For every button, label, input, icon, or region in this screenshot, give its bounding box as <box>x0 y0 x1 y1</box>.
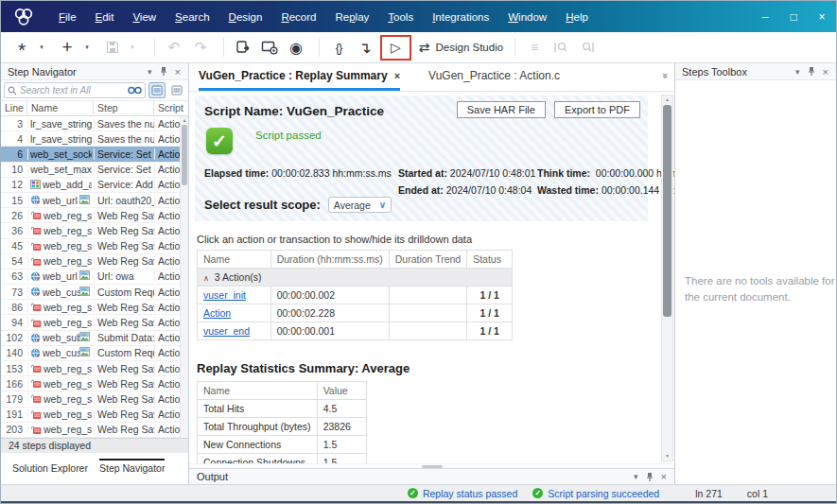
save-dropdown-icon[interactable]: ▾ <box>128 35 137 60</box>
tab-solution-explorer[interactable]: Solution Explorer <box>12 459 88 474</box>
show-thumbnails-toggle[interactable] <box>168 82 185 98</box>
tab-action-c[interactable]: VuGen_Practice : Action.c <box>428 63 560 91</box>
step-search-input[interactable]: Search text in All <box>4 82 146 98</box>
save-icon[interactable] <box>101 35 124 60</box>
search-previous-icon[interactable] <box>549 35 572 60</box>
toolbox-close-icon[interactable]: × <box>819 66 832 78</box>
output-splitter[interactable] <box>189 463 674 468</box>
document-scrollbar[interactable]: ▴ ▾ <box>661 95 673 461</box>
panel-menu-icon[interactable]: ▾ <box>144 67 156 77</box>
drilldown-hint: Click an action or transaction to show/h… <box>197 234 655 245</box>
pin-icon[interactable] <box>156 66 171 77</box>
menu-integrations[interactable]: Integrations <box>423 11 498 23</box>
menu-design[interactable]: Design <box>219 11 272 23</box>
new-script-icon[interactable]: * <box>10 35 33 60</box>
action-link[interactable]: vuser_init <box>203 289 246 301</box>
col-step[interactable]: Step <box>94 101 154 115</box>
step-row[interactable]: 15web_urlUrl: oauth20_authAction <box>1 193 180 208</box>
compile-icon[interactable]: {} <box>327 35 350 60</box>
actions-col-status[interactable]: Status <box>467 251 513 269</box>
menu-file[interactable]: File <box>49 11 86 23</box>
search-next-icon[interactable] <box>576 35 599 60</box>
actions-col-name[interactable]: Name <box>198 251 271 269</box>
menu-record[interactable]: Record <box>271 11 325 23</box>
step-row[interactable]: 166web_reg_saveWeb Reg Save PAction <box>1 376 180 391</box>
tab-step-navigator[interactable]: Step Navigator <box>99 459 165 474</box>
collapse-icon[interactable]: ∧ <box>203 274 209 283</box>
actions-group-row[interactable]: ∧3 Action(s) <box>198 269 513 287</box>
step-row[interactable]: 86web_reg_saveWeb Reg Save PAction <box>1 300 180 315</box>
step-row[interactable]: 12web_add_autoService: Add AutoAction <box>1 178 180 193</box>
step-row[interactable]: 140web_custoCustom Request:Action <box>1 346 180 361</box>
minimize-button[interactable]: – <box>751 1 779 32</box>
action-row[interactable]: vuser_init00:00:00.0021 / 1 <box>198 287 513 304</box>
undo-icon[interactable]: ↶ <box>163 35 185 60</box>
step-row[interactable]: 36web_reg_saveWeb Reg Save PAction <box>1 223 180 238</box>
step-row[interactable]: 203web_reg_saveWeb Reg Save PAction <box>1 423 180 438</box>
step-row[interactable]: 45web_reg_saveWeb Reg Save PAction <box>1 239 180 254</box>
output-menu-icon[interactable]: ▾ <box>630 472 642 481</box>
menu-window[interactable]: Window <box>498 11 556 23</box>
tab-overflow-icon[interactable]: » <box>660 73 671 78</box>
parsing-status[interactable]: ✓ Script parsing succeeded <box>532 488 659 499</box>
step-row[interactable]: 73web_custoCustom Request:Action <box>1 285 180 300</box>
search-all-icon[interactable] <box>128 86 142 95</box>
step-row[interactable]: 179web_reg_saveWeb Reg Save PAction <box>1 391 180 407</box>
action-row[interactable]: Action00:00:02.2281 / 1 <box>198 304 513 322</box>
toolbox-menu-icon[interactable]: ▾ <box>792 67 804 77</box>
step-row[interactable]: 54web_reg_saveWeb Reg Save PAction <box>1 254 180 269</box>
step-row[interactable]: 4lr_save_stringSaves the null-terAction <box>1 131 180 147</box>
step-row[interactable]: 3lr_save_stringSaves the null-terAction <box>1 116 180 131</box>
menu-search[interactable]: Search <box>166 11 218 23</box>
document-scrollbar-thumb[interactable] <box>663 105 671 317</box>
tab-close-icon[interactable]: × <box>394 70 400 81</box>
maximize-button[interactable]: □ <box>779 1 808 32</box>
new-script-dropdown-icon[interactable]: ▾ <box>37 35 46 60</box>
add-step-dropdown-icon[interactable]: ▾ <box>82 35 92 60</box>
step-row[interactable]: 6web_set_sockService: Set SockAction <box>1 147 180 162</box>
step-row[interactable]: 191web_reg_saveWeb Reg Save PAction <box>1 408 180 423</box>
show-snapshots-toggle[interactable] <box>148 82 166 98</box>
output-pin-icon[interactable] <box>642 472 657 482</box>
step-row[interactable]: 94web_reg_saveWeb Reg Save PAction <box>1 315 180 330</box>
record-options-icon[interactable] <box>258 35 281 60</box>
actions-col-trend[interactable]: Duration Trend <box>389 251 466 269</box>
col-script[interactable]: Script <box>154 101 188 115</box>
replay-button[interactable]: ▷ <box>380 35 411 61</box>
toolbox-pin-icon[interactable] <box>804 66 819 77</box>
close-button[interactable]: × <box>808 1 836 32</box>
stats-title: Replay Statistics Summary: Average <box>197 361 655 375</box>
step-row[interactable]: 26web_reg_saveWeb Reg Save PAction <box>1 208 180 223</box>
replay-status[interactable]: ✓ Replay status passed <box>408 488 517 499</box>
regenerate-script-icon[interactable] <box>232 35 254 60</box>
step-scrollbar[interactable]: ▴ <box>180 116 188 438</box>
step-row[interactable]: 153web_reg_saveWeb Reg Save PAction <box>1 361 180 376</box>
export-pdf-button[interactable]: Export to PDF <box>554 101 640 118</box>
step-over-icon[interactable]: ↴ <box>354 35 376 60</box>
runtime-settings-icon[interactable]: ≡ <box>523 35 546 60</box>
menu-view[interactable]: View <box>123 11 166 23</box>
design-studio-button[interactable]: ⇄ Design Studio <box>419 40 503 55</box>
menu-replay[interactable]: Replay <box>325 11 378 23</box>
scope-select[interactable]: Average ∨ <box>328 197 392 213</box>
menu-tools[interactable]: Tools <box>378 11 423 23</box>
action-link[interactable]: Action <box>203 307 231 319</box>
panel-close-icon[interactable]: × <box>171 66 184 78</box>
col-line[interactable]: Line <box>1 101 27 115</box>
add-step-icon[interactable]: + <box>56 35 78 60</box>
save-har-button[interactable]: Save HAR File <box>457 101 546 118</box>
step-scrollbar-thumb[interactable] <box>182 125 187 185</box>
record-icon[interactable]: ◉ <box>285 35 307 60</box>
step-row[interactable]: 10web_set_maxService: Set MaxAction <box>1 163 180 178</box>
actions-col-duration[interactable]: Duration (hh:mm:ss.ms) <box>270 251 389 269</box>
action-row[interactable]: vuser_end00:00:00.0011 / 1 <box>198 322 513 340</box>
tab-replay-summary[interactable]: VuGen_Practice : Replay Summary × <box>199 63 400 91</box>
redo-icon[interactable]: ↷ <box>189 35 212 60</box>
output-close-icon[interactable]: × <box>657 471 671 482</box>
menu-edit[interactable]: Edit <box>86 11 124 23</box>
step-row[interactable]: 63web_urlUrl: owaAction <box>1 269 180 285</box>
step-row[interactable]: 102web_submSubmit Data: posAction <box>1 331 180 346</box>
action-link[interactable]: vuser_end <box>203 325 250 337</box>
col-name[interactable]: Name <box>27 101 94 115</box>
menu-help[interactable]: Help <box>556 11 598 23</box>
